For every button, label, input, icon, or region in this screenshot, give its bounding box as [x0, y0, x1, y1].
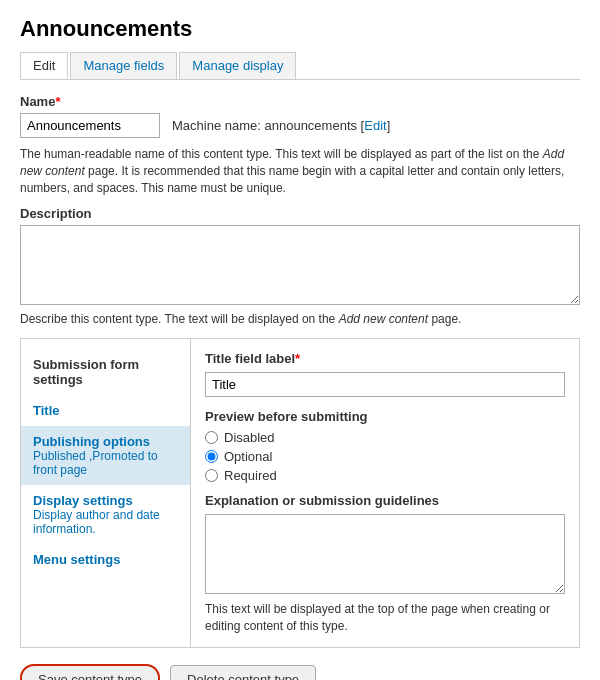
radio-disabled: Disabled [205, 430, 565, 445]
radio-disabled-label: Disabled [224, 430, 275, 445]
sidebar-item-menu[interactable]: Menu settings [21, 544, 190, 575]
preview-label: Preview before submitting [205, 409, 565, 424]
description-footer: Describe this content type. The text wil… [20, 312, 580, 326]
name-hint: The human-readable name of this content … [20, 146, 580, 196]
name-input[interactable] [20, 113, 160, 138]
radio-optional: Optional [205, 449, 565, 464]
title-field-input[interactable] [205, 372, 565, 397]
name-row: Machine name: announcements [Edit] [20, 113, 580, 138]
machine-name: Machine name: announcements [Edit] [172, 118, 390, 133]
tab-manage-display[interactable]: Manage display [179, 52, 296, 79]
radio-optional-input[interactable] [205, 450, 218, 463]
description-textarea[interactable] [20, 225, 580, 305]
sidebar-item-title[interactable]: Title [21, 395, 190, 426]
settings-sidebar: Submission form settings Title Publishin… [21, 339, 191, 647]
name-label: Name* [20, 94, 580, 109]
save-content-type-button[interactable]: Save content type [20, 664, 160, 680]
explanation-label: Explanation or submission guidelines [205, 493, 565, 508]
radio-required-input[interactable] [205, 469, 218, 482]
sidebar-item-display[interactable]: Display settings Display author and date… [21, 485, 190, 544]
description-label: Description [20, 206, 580, 221]
page-title: Announcements [20, 16, 580, 42]
radio-optional-label: Optional [224, 449, 272, 464]
tab-edit[interactable]: Edit [20, 52, 68, 79]
radio-required: Required [205, 468, 565, 483]
machine-name-edit-link[interactable]: Edit [364, 118, 386, 133]
explanation-textarea[interactable] [205, 514, 565, 594]
tab-manage-fields[interactable]: Manage fields [70, 52, 177, 79]
settings-content: Title field label* Preview before submit… [191, 339, 579, 647]
radio-disabled-input[interactable] [205, 431, 218, 444]
settings-box: Submission form settings Title Publishin… [20, 338, 580, 648]
sidebar-item-publishing[interactable]: Publishing options Published ,Promoted t… [21, 426, 190, 485]
sidebar-title: Submission form settings [21, 349, 190, 395]
delete-content-type-button[interactable]: Delete content type [170, 665, 316, 680]
title-field-label: Title field label* [205, 351, 565, 366]
explanation-hint: This text will be displayed at the top o… [205, 601, 565, 635]
tab-bar: Edit Manage fields Manage display [20, 52, 580, 80]
radio-required-label: Required [224, 468, 277, 483]
footer-buttons: Save content type Delete content type [20, 664, 580, 680]
